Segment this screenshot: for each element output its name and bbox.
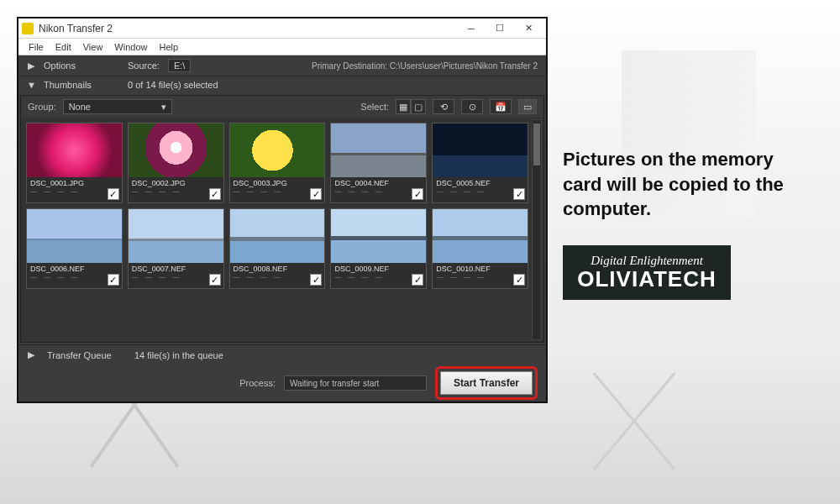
thumbnail-filename: DSC_0005.NEF (436, 179, 524, 187)
thumbnail-checkbox[interactable]: ✓ (108, 274, 119, 286)
menu-window[interactable]: Window (109, 40, 152, 54)
thumbnail-image (129, 123, 223, 177)
thumbnail-caption: DSC_0008.NEF— — — —✓ (230, 263, 325, 288)
expand-queue-icon[interactable]: ▶ (27, 349, 35, 360)
thumbnail-caption: DSC_0006.NEF— — — —✓ (27, 263, 122, 288)
thumbnail-image (129, 209, 223, 263)
thumbnail-item[interactable]: DSC_0003.JPG— — — —✓ (229, 123, 326, 203)
thumbnail-meta: — — — — (334, 187, 423, 195)
destination-label: Primary Destination: C:\Users\user\Pictu… (312, 61, 538, 71)
thumbnail-caption: DSC_0001.JPG— — — —✓ (27, 177, 122, 202)
thumbnail-checkbox[interactable]: ✓ (513, 188, 525, 200)
thumbnail-caption: DSC_0007.NEF— — — —✓ (129, 263, 223, 288)
thumbnail-caption: DSC_0005.NEF— — — —✓ (433, 177, 528, 202)
start-transfer-highlight: Start Transfer (435, 366, 538, 400)
vertical-scrollbar[interactable] (532, 119, 542, 340)
titlebar[interactable]: Nikon Transfer 2 ─ ☐ ✕ (18, 18, 546, 39)
thumbnail-filename: DSC_0008.NEF (234, 265, 322, 273)
thumbnail-meta: — — — — (334, 273, 423, 281)
thumbnail-image (230, 123, 325, 177)
thumbnail-caption: DSC_0002.JPG— — — —✓ (129, 177, 223, 202)
thumbnail-image (27, 123, 122, 177)
thumbnail-item[interactable]: DSC_0004.NEF— — — —✓ (330, 123, 427, 203)
thumbnail-filename: DSC_0007.NEF (132, 265, 220, 273)
process-status-field: Waiting for transfer start (284, 375, 427, 391)
thumbnail-size-button[interactable]: ▭ (518, 99, 537, 114)
process-status-text: Waiting for transfer start (290, 379, 379, 388)
select-label: Select: (360, 102, 389, 112)
menu-view[interactable]: View (78, 40, 108, 54)
thumbnails-toolbar: Group: None ▾ Select: ▦ ▢ ⟲ ⊙ 📅 ▭ (21, 96, 543, 118)
thumbnail-item[interactable]: DSC_0007.NEF— — — —✓ (128, 208, 224, 289)
scrollbar-handle[interactable] (533, 123, 540, 165)
start-transfer-button[interactable]: Start Transfer (440, 371, 533, 395)
thumbnail-image (331, 123, 426, 177)
thumbnail-item[interactable]: DSC_0005.NEF— — — —✓ (432, 123, 528, 203)
menu-help[interactable]: Help (154, 40, 183, 54)
thumbnail-caption: DSC_0009.NEF— — — —✓ (331, 263, 426, 288)
thumbnail-checkbox[interactable]: ✓ (209, 188, 221, 200)
maximize-button[interactable]: ☐ (486, 18, 514, 39)
thumbnails-section-header: ▼ Thumbnails 0 of 14 file(s) selected (18, 76, 546, 93)
thumbnail-meta: — — — — (436, 273, 524, 281)
thumbnail-checkbox[interactable]: ✓ (209, 274, 221, 286)
options-label: Options (44, 60, 119, 71)
thumbnail-filename: DSC_0009.NEF (334, 265, 423, 273)
caption-panel: Pictures on the memory card will be copi… (563, 147, 815, 300)
queue-label: Transfer Queue (47, 350, 123, 360)
thumbnail-image (230, 209, 325, 263)
caption-text: Pictures on the memory card will be copi… (563, 147, 815, 222)
thumbnail-meta: — — — — (436, 187, 524, 195)
thumbnail-item[interactable]: DSC_0009.NEF— — — —✓ (330, 208, 427, 289)
thumbnail-checkbox[interactable]: ✓ (412, 188, 423, 200)
brand-tagline: Digital Enlightenment (591, 255, 703, 267)
thumbnail-image (433, 123, 528, 177)
thumbnail-checkbox[interactable]: ✓ (310, 188, 322, 200)
app-window: Nikon Transfer 2 ─ ☐ ✕ File Edit View Wi… (17, 17, 548, 403)
filter-marked-button[interactable]: ⊙ (461, 99, 483, 114)
thumbnail-checkbox[interactable]: ✓ (513, 274, 525, 286)
group-dropdown[interactable]: None ▾ (63, 99, 172, 114)
thumbnail-meta: — — — — (30, 187, 118, 195)
thumbnail-checkbox[interactable]: ✓ (412, 274, 423, 286)
app-body: ▶ Options Source: E:\ Primary Destinatio… (18, 55, 546, 402)
thumbnail-meta: — — — — (234, 187, 322, 195)
queue-status: 14 file(s) in the queue (134, 350, 223, 360)
thumbnail-item[interactable]: DSC_0001.JPG— — — —✓ (26, 123, 123, 203)
collapse-thumbnails-icon[interactable]: ▼ (27, 80, 35, 90)
close-button[interactable]: ✕ (514, 18, 543, 39)
thumbnail-meta: — — — — (132, 187, 220, 195)
process-label: Process: (239, 378, 276, 388)
brand-name: OLIVIATECH (577, 267, 717, 291)
transfer-queue-section: ▶ Transfer Queue 14 file(s) in the queue (18, 344, 546, 365)
filter-protected-button[interactable]: ⟲ (433, 99, 454, 114)
menubar: File Edit View Window Help (18, 39, 546, 55)
thumbnail-checkbox[interactable]: ✓ (310, 274, 322, 286)
select-none-button[interactable]: ▢ (411, 99, 426, 114)
thumbnail-item[interactable]: DSC_0002.JPG— — — —✓ (128, 123, 224, 203)
expand-options-icon[interactable]: ▶ (27, 60, 35, 71)
thumbnail-grid-wrap: DSC_0001.JPG— — — —✓DSC_0002.JPG— — — —✓… (21, 118, 543, 342)
thumbnail-filename: DSC_0006.NEF (30, 265, 118, 273)
app-icon (22, 23, 34, 34)
thumbnails-panel: Group: None ▾ Select: ▦ ▢ ⟲ ⊙ 📅 ▭ DSC_00… (20, 95, 544, 343)
minimize-button[interactable]: ─ (457, 18, 486, 39)
thumbnail-caption: DSC_0004.NEF— — — —✓ (331, 177, 426, 202)
thumbnail-filename: DSC_0002.JPG (132, 179, 220, 187)
thumbnail-meta: — — — — (30, 273, 118, 281)
thumbnail-image (27, 209, 122, 263)
menu-file[interactable]: File (24, 40, 49, 54)
select-all-button[interactable]: ▦ (396, 99, 411, 114)
thumbnail-caption: DSC_0003.JPG— — — —✓ (230, 177, 325, 202)
window-title: Nikon Transfer 2 (39, 23, 457, 34)
thumbnail-item[interactable]: DSC_0008.NEF— — — —✓ (229, 208, 326, 289)
thumbnail-item[interactable]: DSC_0006.NEF— — — —✓ (26, 208, 123, 289)
menu-edit[interactable]: Edit (50, 40, 76, 54)
thumbnail-checkbox[interactable]: ✓ (108, 188, 119, 200)
filter-date-button[interactable]: 📅 (490, 99, 512, 114)
thumbnail-image (433, 209, 528, 263)
thumbnail-item[interactable]: DSC_0010.NEF— — — —✓ (432, 208, 528, 289)
options-section: ▶ Options Source: E:\ Primary Destinatio… (18, 55, 546, 76)
group-label: Group: (28, 102, 56, 112)
thumbnail-meta: — — — — (234, 273, 322, 281)
